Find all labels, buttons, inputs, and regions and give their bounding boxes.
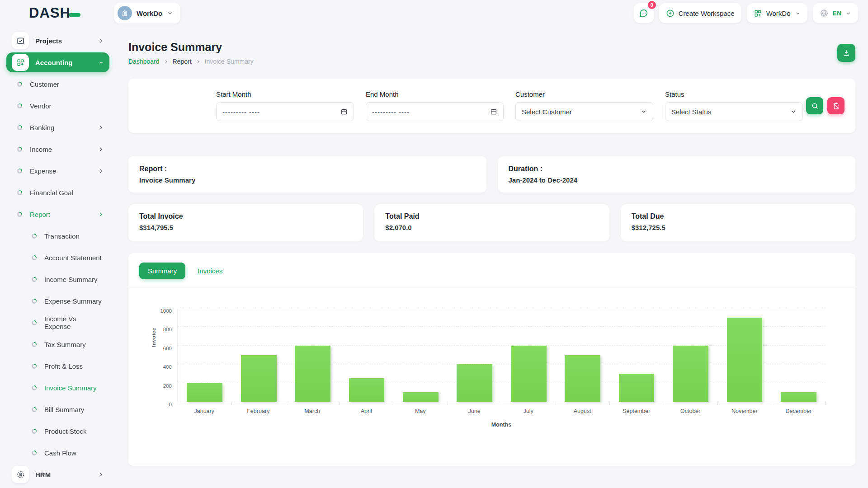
sidebar-item-label: Financial Goal (30, 189, 73, 197)
download-icon (842, 49, 850, 57)
invoice-bar-chart: Invoice 02004006008001000 JanuaryFebruar… (139, 308, 844, 428)
sidebar-item-bill-summary[interactable]: Bill Summary (6, 399, 109, 419)
duration-info-card: Duration : Jan-2024 to Dec-2024 (498, 156, 856, 192)
chevron-down-icon (795, 10, 801, 16)
workspace-name: WorkDo (137, 9, 162, 17)
messages-button[interactable]: 0 (634, 3, 654, 23)
breadcrumb-item-dashboard[interactable]: Dashboard (128, 58, 160, 65)
x-tick-mark (556, 402, 556, 405)
breadcrumb-item-report[interactable]: Report (173, 58, 192, 65)
sidebar-item-product-stock[interactable]: Product Stock (6, 421, 109, 441)
create-workspace-button[interactable]: Create Workspace (659, 3, 741, 23)
bullet-icon (32, 255, 37, 260)
customer-select[interactable]: Select Customer (515, 102, 653, 121)
download-button[interactable] (837, 44, 855, 62)
logo-text: DASH (29, 5, 71, 21)
sidebar-item-label: Income (30, 145, 52, 153)
bar-column-october (664, 308, 717, 402)
bar-column-september (609, 308, 663, 402)
chevron-right-icon (98, 125, 104, 131)
sidebar-item-label: Banking (30, 124, 54, 131)
bar-may (403, 392, 439, 402)
bar-column-november (717, 308, 771, 402)
x-tick-label-april: April (340, 408, 394, 414)
bullet-icon (32, 407, 37, 412)
chart-panel: SummaryInvoices Invoice 0200400600800100… (128, 253, 855, 466)
chevron-right-icon (196, 59, 201, 64)
tab-summary[interactable]: Summary (139, 263, 185, 279)
sidebar-item-report[interactable]: Report (6, 204, 109, 224)
sidebar-item-label: Report (30, 211, 50, 218)
stat-card-total-invoice: Total Invoice$314,795.5 (128, 204, 363, 241)
bar-october (673, 346, 708, 402)
chat-icon (639, 9, 648, 18)
stat-card-total-due: Total Due$312,725.5 (621, 204, 855, 241)
workspace-switcher[interactable]: WorkDo (114, 3, 180, 23)
bullet-icon (17, 190, 22, 195)
sidebar-item-customer[interactable]: Customer (6, 74, 109, 94)
bullet-icon (32, 277, 37, 282)
sidebar-item-income-summary[interactable]: Income Summary (6, 269, 109, 289)
end-month-input[interactable]: --------- ---- (366, 102, 504, 121)
sidebar-item-vendor[interactable]: Vendor (6, 96, 109, 116)
sidebar-item-cash-flow[interactable]: Cash Flow (6, 443, 109, 463)
bar-column-july (502, 308, 556, 402)
sidebar-item-accounting[interactable]: Accounting (6, 52, 109, 72)
start-month-input[interactable]: --------- ---- (216, 102, 354, 121)
end-month-field: End Month --------- ---- (366, 90, 504, 121)
chevron-right-icon (98, 168, 104, 174)
tab-invoices[interactable]: Invoices (189, 263, 231, 279)
y-tick-label: 200 (163, 383, 172, 389)
sidebar-item-label: Customer (30, 80, 59, 88)
language-selector[interactable]: EN (813, 3, 858, 23)
reset-filter-button[interactable] (827, 97, 844, 114)
x-tick-mark (178, 402, 178, 405)
sidebar-item-profit-loss[interactable]: Profit & Loss (6, 356, 109, 376)
x-tick-label-august: August (556, 408, 610, 414)
search-icon (811, 102, 819, 110)
sidebar-item-income[interactable]: Income (6, 139, 109, 159)
chevron-right-icon (98, 146, 104, 152)
bullet-icon (32, 299, 37, 304)
bar-column-may (394, 308, 448, 402)
bar-column-june (448, 308, 501, 402)
sidebar-item-hrm[interactable]: HRM (6, 465, 109, 484)
sidebar-item-financial-goal[interactable]: Financial Goal (6, 183, 109, 202)
chart-plot-area: 02004006008001000 (177, 308, 826, 402)
status-select[interactable]: Select Status (665, 102, 803, 121)
x-tick-mark (717, 402, 718, 405)
x-tick-mark (609, 402, 610, 405)
report-value: Invoice Summary (139, 176, 476, 184)
sidebar-item-expense[interactable]: Expense (6, 161, 109, 181)
dash-logo[interactable]: DASH (0, 5, 114, 21)
sidebar-item-account-statement[interactable]: Account Statement (6, 248, 109, 267)
bar-august (565, 355, 600, 402)
x-tick-label-march: March (285, 408, 340, 414)
circle-plus-icon (666, 9, 675, 18)
sidebar-item-invoice-summary[interactable]: Invoice Summary (6, 378, 109, 398)
x-tick-label-june: June (448, 408, 502, 414)
sidebar-item-tax-summary[interactable]: Tax Summary (6, 334, 109, 354)
x-axis-title: Months (177, 422, 826, 428)
sidebar-item-expense-summary[interactable]: Expense Summary (6, 291, 109, 311)
apply-filter-button[interactable] (806, 97, 823, 114)
bullet-icon (32, 429, 37, 434)
x-tick-label-december: December (772, 408, 826, 414)
x-tick-mark (664, 402, 664, 405)
sidebar-item-banking[interactable]: Banking (6, 117, 109, 137)
bar-june (457, 364, 492, 402)
workdo-menu-button[interactable]: WorkDo (747, 3, 807, 23)
bar-february (241, 355, 277, 402)
checkbox-icon (12, 32, 29, 49)
sidebar-item-transaction[interactable]: Transaction (6, 226, 109, 246)
sidebar-item-projects[interactable]: Projects (6, 31, 109, 51)
workdo-menu-label: WorkDo (766, 9, 791, 17)
sidebar-item-income-vs-expense[interactable]: Income Vs Expense (6, 313, 109, 333)
stat-label: Total Due (632, 212, 844, 221)
x-tick-mark (286, 402, 286, 405)
notification-badge: 0 (648, 1, 656, 9)
x-tick-label-february: February (231, 408, 286, 414)
y-tick-label: 800 (163, 327, 172, 332)
sidebar-item-label: Projects (35, 37, 62, 45)
bar-december (781, 392, 816, 402)
